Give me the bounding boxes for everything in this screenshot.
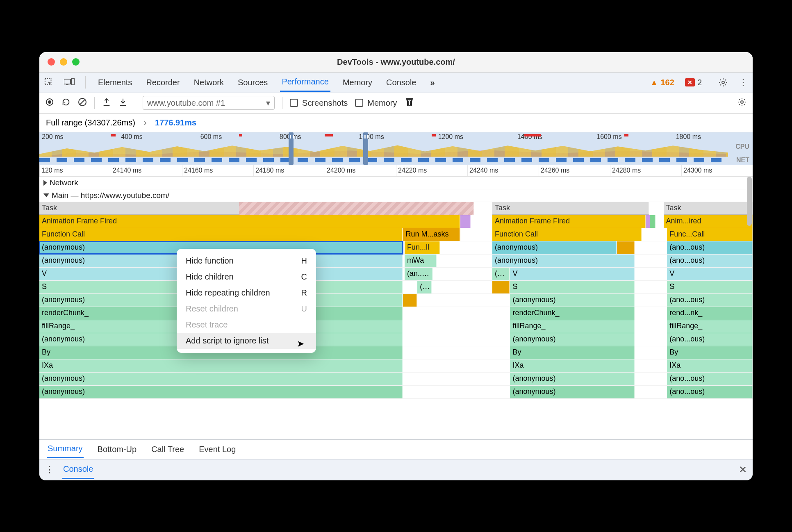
flame-bar[interactable]: IXa xyxy=(510,359,635,372)
flame-bar[interactable] xyxy=(460,215,471,228)
flame-bar-function-call[interactable]: Function Call xyxy=(39,228,403,241)
minimize-window-button[interactable] xyxy=(60,58,67,66)
flame-bar[interactable]: IXa xyxy=(667,359,753,372)
drawer-console-tab[interactable]: Console xyxy=(62,460,94,479)
tab-elements[interactable]: Elements xyxy=(96,74,134,91)
download-icon[interactable] xyxy=(118,98,127,109)
flame-bar[interactable]: S xyxy=(510,281,635,293)
flame-bar[interactable] xyxy=(650,215,655,228)
overview-range-handle-left[interactable] xyxy=(289,132,294,165)
ctx-hide-children[interactable]: Hide children C xyxy=(177,269,316,285)
flame-bar-anonymous[interactable]: (anonymous) xyxy=(492,255,635,267)
network-track-header[interactable]: Network xyxy=(39,177,753,189)
flame-bar-anonymous[interactable]: (ano...ous) xyxy=(667,386,753,398)
mouse-cursor-icon: ➤ xyxy=(297,339,304,349)
flame-bar[interactable]: By xyxy=(667,346,753,359)
flame-bar-task[interactable]: Task xyxy=(492,202,649,215)
flame-bar[interactable]: fillRange_ xyxy=(667,320,753,333)
flame-bar-anonymous[interactable]: (ano...ous) xyxy=(667,373,753,385)
main-flame[interactable]: Task Task Task Animation Frame Fired Ani… xyxy=(39,202,753,399)
upload-icon[interactable] xyxy=(102,98,111,109)
flame-bar-anonymous[interactable]: (anonymous) xyxy=(510,333,635,346)
selection-crumb[interactable]: 1776.91ms xyxy=(155,118,196,127)
btab-bottom-up[interactable]: Bottom-Up xyxy=(97,441,138,458)
flame-bar[interactable]: rend...nk_ xyxy=(667,307,753,320)
reload-record-icon[interactable] xyxy=(61,98,71,109)
btab-event-log[interactable]: Event Log xyxy=(198,441,237,458)
errors-badge[interactable]: ✕ 2 xyxy=(685,78,702,87)
kebab-menu-icon[interactable]: ⋮ xyxy=(739,77,748,88)
flame-bar-anonymous[interactable]: (anonymous) xyxy=(510,386,635,398)
more-tabs-icon[interactable]: » xyxy=(429,74,437,91)
flame-bar[interactable]: Fun...ll xyxy=(405,241,440,254)
overview-strip[interactable]: 200 ms 400 ms 600 ms 800 ms 1000 ms 1200… xyxy=(39,132,753,165)
btab-call-tree[interactable]: Call Tree xyxy=(150,441,185,458)
main-track-header[interactable]: Main — https://www.youtube.com/ xyxy=(39,189,753,202)
flame-bar-longtask[interactable] xyxy=(239,202,474,215)
flame-bar-anonymous[interactable]: (anonymous) xyxy=(510,373,635,385)
clear-icon[interactable] xyxy=(78,98,87,109)
scrollbar-thumb[interactable] xyxy=(747,177,752,226)
flame-bar[interactable]: By xyxy=(510,346,635,359)
memory-checkbox[interactable]: Memory xyxy=(355,98,397,108)
flame-bar[interactable]: mWa xyxy=(405,255,437,267)
settings-gear-icon[interactable] xyxy=(718,77,728,87)
ctx-hide-repeating-children[interactable]: Hide repeating children R xyxy=(177,285,316,301)
tab-sources[interactable]: Sources xyxy=(236,74,269,91)
garbage-collect-icon[interactable] xyxy=(405,98,414,109)
tab-memory[interactable]: Memory xyxy=(341,74,374,91)
flame-bar-animation-frame[interactable]: Anim...ired xyxy=(664,215,753,228)
close-window-button[interactable] xyxy=(48,58,55,66)
flame-bar[interactable] xyxy=(403,294,417,307)
maximize-window-button[interactable] xyxy=(72,58,80,66)
flame-bar[interactable]: IXa xyxy=(39,359,403,372)
flame-bar-anonymous[interactable]: (ano...ous) xyxy=(667,294,753,307)
drawer-close-icon[interactable]: ✕ xyxy=(739,464,747,475)
overview-range-handle-right[interactable] xyxy=(363,132,368,165)
capture-settings-gear-icon[interactable] xyxy=(737,97,747,109)
flame-bar[interactable] xyxy=(492,281,510,293)
flame-bar-anonymous[interactable]: (anonymous) xyxy=(492,241,617,254)
btab-summary[interactable]: Summary xyxy=(47,440,84,458)
flame-bar-animation-frame[interactable]: Animation Frame Fired xyxy=(39,215,460,228)
flame-bar[interactable]: V xyxy=(667,268,753,280)
flame-bar-anonymous[interactable]: (ano...ous) xyxy=(667,255,753,267)
drawer-kebab-icon[interactable]: ⋮ xyxy=(45,464,54,475)
flame-bar-function-call[interactable]: Function Call xyxy=(492,228,642,241)
flame-bar[interactable]: V xyxy=(510,268,635,280)
ctx-add-script-ignore-list[interactable]: Add script to ignore list xyxy=(177,333,316,349)
flame-bar-anonymous[interactable]: (ano...ous) xyxy=(667,333,753,346)
flame-bar[interactable]: (... xyxy=(417,281,432,293)
ctx-hide-function[interactable]: Hide function H xyxy=(177,253,316,269)
devtools-window: DevTools - www.youtube.com/ Elements Rec… xyxy=(39,52,753,480)
flamechart-area[interactable]: Network Main — https://www.youtube.com/ … xyxy=(39,177,753,439)
flame-bar-function-call[interactable]: Func...Call xyxy=(667,228,753,241)
record-icon[interactable] xyxy=(45,98,54,109)
profile-select[interactable]: www.youtube.com #1 ▾ xyxy=(143,96,275,110)
flame-bar[interactable]: S xyxy=(667,281,753,293)
warnings-badge[interactable]: ▲ 162 xyxy=(650,78,674,87)
flame-bar[interactable] xyxy=(617,241,635,254)
tab-console[interactable]: Console xyxy=(385,74,418,91)
overview-longtask-marker xyxy=(111,134,116,136)
flame-bar-run-microtasks[interactable]: Run M...asks xyxy=(403,228,460,241)
flame-bar[interactable]: (an...s) xyxy=(405,268,433,280)
tab-network[interactable]: Network xyxy=(192,74,225,91)
flame-bar-anonymous[interactable]: (anonymous) xyxy=(39,373,403,385)
flame-bar-anonymous[interactable]: (anonymous) xyxy=(510,294,635,307)
device-toolbar-icon[interactable] xyxy=(64,78,75,86)
flame-bar[interactable]: fillRange_ xyxy=(510,320,635,333)
full-range-crumb[interactable]: Full range (34307.26ms) xyxy=(46,118,135,127)
flame-bar-anonymous[interactable]: (ano...ous) xyxy=(667,241,753,254)
inspect-element-icon[interactable] xyxy=(44,78,53,87)
flame-bar-task[interactable]: Task xyxy=(664,202,753,215)
tab-performance[interactable]: Performance xyxy=(280,73,330,92)
flame-bar[interactable]: renderChunk_ xyxy=(510,307,635,320)
ctx-reset-children: Reset children U xyxy=(177,301,316,317)
screenshots-checkbox[interactable]: Screenshots xyxy=(290,98,348,108)
tab-recorder[interactable]: Recorder xyxy=(144,74,181,91)
flame-bar-anonymous[interactable]: (anonymous) xyxy=(39,386,403,398)
flame-bar-animation-frame[interactable]: Animation Frame Fired xyxy=(492,215,646,228)
chevron-down-icon: ▾ xyxy=(266,98,270,108)
flame-bar[interactable]: (… xyxy=(492,268,510,280)
